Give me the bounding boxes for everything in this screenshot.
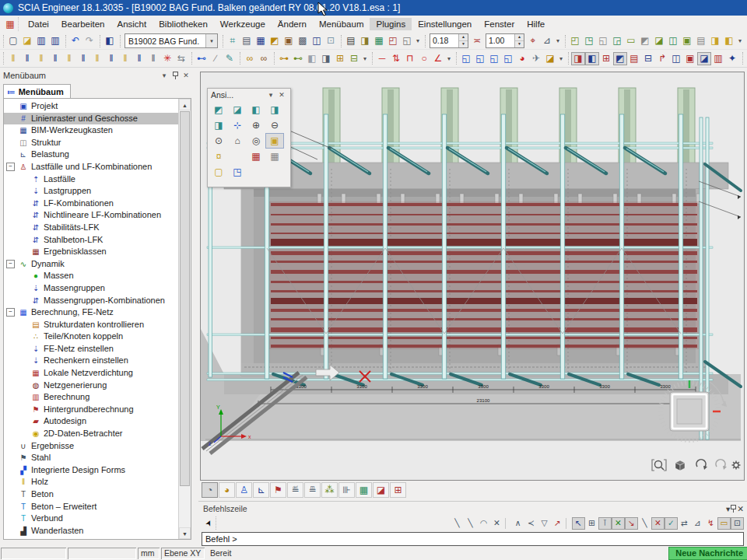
menu-bearbeiten[interactable]: Bearbeiten [55, 18, 111, 30]
overflow-caret-icon[interactable]: ▾ [361, 55, 369, 62]
tab-menubaum[interactable]: ≔ Menübaum [3, 84, 71, 99]
tree-item-teile-knoten-koppeln[interactable]: ∴Teile/Knoten koppeln [4, 331, 179, 343]
abc-label-icon[interactable]: ≝ [287, 482, 303, 498]
tree-item-ergebnisklassen[interactable]: ▦Ergebnisklassen [4, 246, 179, 258]
member-edit-icon-4[interactable]: ◩ [613, 52, 627, 65]
scrollbar-thumb[interactable] [180, 111, 190, 486]
snap-percent-icon[interactable]: ≺ [524, 517, 538, 530]
tree-item-dokument[interactable]: ◫Dokument [4, 537, 179, 539]
camera-icon[interactable]: ▦ [247, 149, 265, 164]
measure-icon[interactable]: ∕ [209, 52, 223, 65]
beam-pair-icon-4[interactable]: ‖ [48, 52, 62, 65]
overflow-caret-icon[interactable]: ▾ [445, 55, 453, 62]
angle-tool-icon[interactable]: ⌖ [526, 34, 540, 47]
beam-pair-icon-7[interactable]: ‖ [90, 52, 104, 65]
snap-cross-icon[interactable]: ✕ [651, 517, 665, 530]
layers-icon[interactable]: ▩ [296, 34, 310, 47]
scale-icon[interactable]: ⊟ [347, 52, 361, 65]
pin-icon[interactable] [170, 72, 181, 79]
paste-icon-2[interactable]: ◱ [473, 52, 487, 65]
tree-expander-icon[interactable]: − [6, 308, 15, 317]
zoom-in-icon[interactable]: ⊕ [247, 117, 265, 133]
tree-item-rechenkern-einstellen[interactable]: ⇣Rechenkern einstellen [4, 355, 179, 367]
tree-item-autodesign[interactable]: ▰Autodesign [4, 415, 179, 428]
table-input-icon[interactable]: ▭ [717, 517, 731, 530]
roof-tool-icon[interactable]: ◧ [722, 34, 736, 47]
tree-item-bim-werkzeugkasten[interactable]: ▦BIM-Werkzeugkasten [4, 124, 179, 137]
paste-icon-1[interactable]: ◱ [459, 52, 473, 65]
app-menu-icon[interactable]: ▦ [2, 17, 19, 31]
save-icon[interactable]: ▥ [48, 34, 62, 47]
snap-check-icon[interactable]: ✓ [665, 517, 678, 530]
tree-item-berechnung[interactable]: ▥Berechnung [4, 391, 179, 404]
beam-pair-icon-6[interactable]: ‖ [76, 52, 90, 65]
overflow-caret-icon[interactable]: ▾ [736, 37, 744, 44]
spin-buttons[interactable]: ▲▼ [514, 34, 524, 47]
command-input[interactable]: Befehl > [202, 532, 744, 546]
3d-viewport[interactable]: 330033003300330033003300330023100Yxz Ans… [200, 72, 745, 481]
snap-arbitrary-icon[interactable]: ↗ [551, 517, 564, 530]
rotate-icon[interactable]: ◨ [319, 52, 333, 65]
plane-icon[interactable]: ✈ [529, 52, 543, 65]
bird-icon[interactable]: ◕ [515, 52, 529, 65]
array-icon[interactable]: ⊞ [333, 52, 347, 65]
hinge-tool-icon[interactable]: ▤ [694, 34, 708, 47]
cmd-pin-icon[interactable] [730, 505, 737, 513]
print-icon[interactable]: ▤ [344, 34, 358, 47]
menu-ändern[interactable]: Ändern [272, 18, 313, 30]
show-mesh-icon[interactable]: ▦ [356, 482, 372, 498]
print-data-icon[interactable]: ◨ [358, 34, 372, 47]
tree-item-lastfälle-und-lf-kombinationen[interactable]: −♙Lastfälle und LF-Kombinationen [4, 161, 179, 173]
paste-icon-3[interactable]: ◱ [487, 52, 501, 65]
snap-endpoint-icon[interactable]: ╲ [464, 517, 477, 530]
tree-item-struktur[interactable]: ◫Struktur [4, 137, 179, 149]
light-icon[interactable]: ¤ [209, 149, 228, 164]
catalog-icon[interactable]: ◩ [268, 34, 282, 47]
material-library-icon[interactable]: ▦ [254, 34, 268, 47]
tree-item-stahl[interactable]: ⚑Stahl [4, 452, 179, 464]
sketch-icon[interactable]: ✎ [223, 52, 237, 65]
show-labels-icon[interactable]: ⚑ [270, 482, 286, 498]
swap-icon[interactable]: ⇆ [174, 52, 188, 65]
tree-scrollbar[interactable]: ▲ ▼ [178, 99, 191, 539]
member-edit-icon-3[interactable]: ⊞ [599, 52, 613, 65]
overflow-caret-icon[interactable]: ▾ [554, 37, 562, 44]
member-edit-icon-7[interactable]: ↱ [655, 52, 669, 65]
member-edit-icon-8[interactable]: ◫ [669, 52, 683, 65]
tree-item-lastgruppen[interactable]: ⇣Lastgruppen [4, 185, 179, 198]
show-loads-icon[interactable]: ⊾ [253, 482, 269, 498]
member-edit-icon-1[interactable]: ◨ [571, 52, 585, 65]
view-top-icon[interactable]: ◩ [209, 102, 228, 117]
tree-expander-icon[interactable]: − [6, 163, 15, 171]
track-icon[interactable]: ⇄ [678, 517, 691, 530]
show-nodes-icon[interactable]: ⁂ [321, 482, 338, 498]
new-file-icon[interactable]: ▢ [6, 34, 20, 47]
bim-properties-icon[interactable]: ◫ [310, 34, 324, 47]
view-iso-icon[interactable]: ◨ [265, 102, 284, 117]
clip-box-icon[interactable]: ▢ [209, 164, 228, 180]
tree-item-belastung[interactable]: ⊾Belastung [4, 149, 179, 161]
menu-hilfe[interactable]: Hilfe [521, 18, 551, 30]
circle-red-icon[interactable]: ○ [417, 52, 431, 65]
mirror-icon[interactable]: ◧ [305, 52, 319, 65]
tree-item-massengruppen[interactable]: ⇣Massengruppen [4, 282, 179, 295]
beam-pair-icon-1[interactable]: ‖ [6, 52, 20, 65]
zoom-prev-icon[interactable]: ◎ [247, 133, 265, 149]
tree-item-lokale-netzverdichtung[interactable]: ▦Lokale Netzverdichtung [4, 367, 179, 380]
menu-plugins[interactable]: Plugins [370, 18, 412, 30]
menu-fenster[interactable]: Fenster [478, 18, 521, 30]
snap-node-icon[interactable]: ✕ [612, 517, 625, 530]
link-nodes-icon[interactable]: ∞ [243, 52, 257, 65]
palette-close-icon[interactable]: ✕ [276, 91, 287, 99]
beam-tool-icon[interactable]: ◱ [596, 34, 610, 47]
beam-pair-icon-3[interactable]: ‖ [34, 52, 48, 65]
snap-intersect-icon[interactable]: ✕ [490, 517, 503, 530]
zoom-all-icon[interactable]: ⌂ [228, 133, 247, 149]
show-supports-icon[interactable]: ♙ [236, 482, 252, 498]
pointer-mode-icon[interactable]: ➤ [202, 516, 216, 530]
grid-settings-icon[interactable]: ⌗ [226, 34, 240, 47]
menu-menübaum[interactable]: Menübaum [313, 18, 370, 30]
snap-midpoint-icon[interactable]: ∧ [511, 517, 524, 530]
zoom-out-icon[interactable]: ⊖ [265, 117, 284, 133]
scroll-down-icon[interactable]: ▼ [179, 527, 191, 539]
